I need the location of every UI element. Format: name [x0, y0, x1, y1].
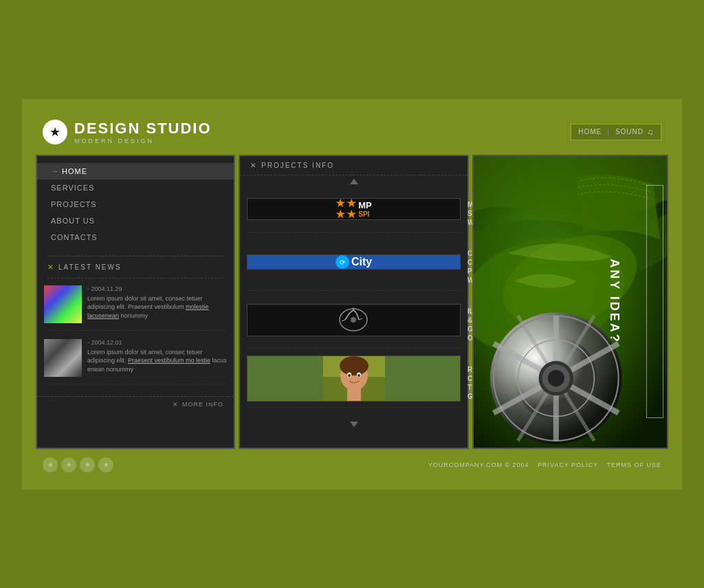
car-visual-container: ANY IDEA? — [474, 156, 667, 448]
footer: ★ ★ ★ ★ YOURCOMPANY.COM © 2004 | PRIVACY… — [36, 449, 668, 476]
any-idea-border: ANY IDEA? — [646, 185, 663, 418]
project-item-1: MP SPI 2004.11.26 MP3 SPECIALSWEBSITE — [247, 191, 461, 233]
left-panel: HOME SERVICES PROJECTS ABOUT US CONTACTS… — [36, 155, 235, 449]
project-item-2: ⟳ City 2004.11.24 CHICAGO CITY PORTALWEB… — [247, 240, 461, 291]
mp-star-4 — [346, 210, 356, 219]
footer-stars: ★ ★ ★ ★ — [43, 457, 113, 472]
footer-star-3: ★ — [80, 457, 95, 472]
project-thumb-4 — [247, 356, 461, 402]
nav-divider — [47, 256, 223, 257]
news-item-1: - 2004.11.29 Lorem ipsum dolor sit amet,… — [44, 285, 227, 331]
news-thumb-gray-2 — [44, 339, 82, 377]
nav-item-services[interactable]: SERVICES — [37, 179, 234, 196]
svg-point-8 — [340, 356, 368, 375]
scroll-down-arrow-icon[interactable] — [350, 422, 358, 427]
svg-line-3 — [359, 318, 362, 320]
mp-star-1 — [336, 199, 345, 208]
mp-text-mp: MP — [358, 200, 372, 210]
news-text-2: - 2004.12.01 Lorem ipsum dolor sit amet,… — [87, 339, 227, 377]
site-title: DESIGN STUDIO — [74, 120, 212, 138]
mp-text-spi: SPI — [358, 210, 372, 218]
project-item-4: 2004.11.15 REDESIGN COMERCIALTRAND GROUP — [247, 356, 461, 408]
footer-privacy-link[interactable]: PRIVACY POLICY — [538, 461, 598, 468]
news-text-1: - 2004.11.29 Lorem ipsum dolor sit amet,… — [87, 285, 227, 323]
city-arrow-icon: ⟳ — [336, 255, 349, 269]
nav-item-about[interactable]: ABOUT US — [37, 213, 234, 229]
logo-text-area: DESIGN STUDIO MODERN DESIGN — [74, 120, 212, 144]
project-thumb-1: MP SPI — [247, 198, 461, 220]
footer-sep-1: | — [533, 461, 534, 468]
news-list: - 2004.11.29 Lorem ipsum dolor sit amet,… — [37, 282, 234, 396]
page-wrapper: ★ DESIGN STUDIO MODERN DESIGN HOME | SOU… — [22, 99, 682, 490]
nav-home-link[interactable]: HOME — [578, 128, 602, 135]
hand-illustration-icon — [335, 305, 373, 336]
city-text: City — [351, 256, 372, 268]
x-mark-icon: ✕ — [47, 263, 54, 271]
news-date-2: - 2004.12.01 — [87, 339, 227, 346]
latest-news-header: ✕ LATEST NEWS — [37, 260, 234, 274]
projects-header: ✕ PROJECTS INFO — [240, 156, 468, 175]
news-desc-1: Lorem ipsum dolor sit amet, consec tetue… — [87, 294, 227, 320]
news-thumb-1 — [44, 285, 82, 323]
footer-sep-2: | — [602, 461, 603, 468]
x-mark-more-icon: ✕ — [173, 401, 179, 408]
news-date-1: - 2004.11.29 — [87, 285, 227, 292]
footer-star-2: ★ — [61, 457, 76, 472]
projects-label: PROJECTS INFO — [261, 162, 334, 169]
latest-news-label: LATEST NEWS — [58, 263, 122, 271]
nav-item-contacts[interactable]: CONTACTS — [37, 229, 234, 246]
footer-copyright: YOURCOMPANY.COM © 2004 — [428, 461, 529, 468]
mp-star-3 — [336, 210, 345, 219]
footer-terms-link[interactable]: TERMS OF USE — [606, 461, 661, 468]
x-mark-projects-icon: ✕ — [250, 162, 257, 169]
footer-links: YOURCOMPANY.COM © 2004 | PRIVACY POLICY … — [428, 461, 661, 468]
person-photo-icon — [323, 356, 385, 401]
svg-point-1 — [351, 317, 356, 323]
car-image-svg — [474, 156, 668, 448]
news-desc-2: Lorem ipsum dolor sit amet, consec tetue… — [87, 348, 227, 374]
project-thumb-3 — [247, 304, 461, 336]
scroll-up-area[interactable] — [240, 175, 468, 188]
right-panel: ANY IDEA? — [472, 155, 668, 449]
scroll-up-arrow-icon[interactable] — [350, 179, 358, 184]
nav-item-projects[interactable]: PROJECTS — [37, 196, 234, 213]
nav-menu: HOME SERVICES PROJECTS ABOUT US CONTACTS — [37, 156, 234, 252]
footer-star-1: ★ — [43, 457, 58, 472]
news-thumb-2 — [44, 339, 82, 377]
site-subtitle: MODERN DESIGN — [74, 138, 212, 144]
nav-item-home[interactable]: HOME — [37, 163, 234, 179]
mp-text-area: MP SPI — [358, 200, 372, 218]
any-idea-text: ANY IDEA? — [608, 259, 622, 345]
svg-rect-13 — [347, 388, 361, 401]
middle-panel: ✕ PROJECTS INFO — [239, 155, 469, 449]
scroll-down-area[interactable] — [240, 418, 468, 431]
logo-star-icon: ★ — [43, 120, 67, 144]
logo-area: ★ DESIGN STUDIO MODERN DESIGN — [43, 120, 212, 144]
main-content: HOME SERVICES PROJECTS ABOUT US CONTACTS… — [36, 155, 668, 449]
news-link-1[interactable]: molestie lacusenean — [87, 303, 209, 319]
news-item-2: - 2004.12.01 Lorem ipsum dolor sit amet,… — [44, 339, 227, 384]
footer-star-4: ★ — [98, 457, 113, 472]
nav-separator: | — [607, 128, 610, 135]
nav-sound-link[interactable]: SOUND — [615, 128, 644, 135]
more-info-bar: ✕ MORE INFO — [37, 396, 234, 412]
project-list: MP SPI 2004.11.26 MP3 SPECIALSWEBSITE ⟳ … — [240, 188, 468, 418]
music-icon: ♫ — [647, 127, 654, 137]
news-divider — [47, 278, 223, 279]
project-thumb-2: ⟳ City — [247, 254, 461, 270]
news-link-2[interactable]: Praesent vestibulum mo lestie — [128, 357, 210, 364]
svg-point-11 — [348, 374, 351, 377]
svg-line-4 — [342, 320, 345, 321]
mp-stars-icon — [336, 199, 356, 219]
project-item-3: 2004.11.20 ILLUSTRATION &GRAPHIC ONLINE — [247, 298, 461, 349]
news-thumb-colorful-1 — [44, 285, 82, 323]
svg-point-28 — [548, 369, 564, 386]
mp-star-2 — [346, 199, 356, 208]
header: ★ DESIGN STUDIO MODERN DESIGN HOME | SOU… — [36, 120, 668, 151]
svg-point-12 — [358, 374, 360, 377]
more-info-link[interactable]: MORE INFO — [182, 401, 223, 408]
header-nav[interactable]: HOME | SOUND ♫ — [571, 124, 661, 140]
